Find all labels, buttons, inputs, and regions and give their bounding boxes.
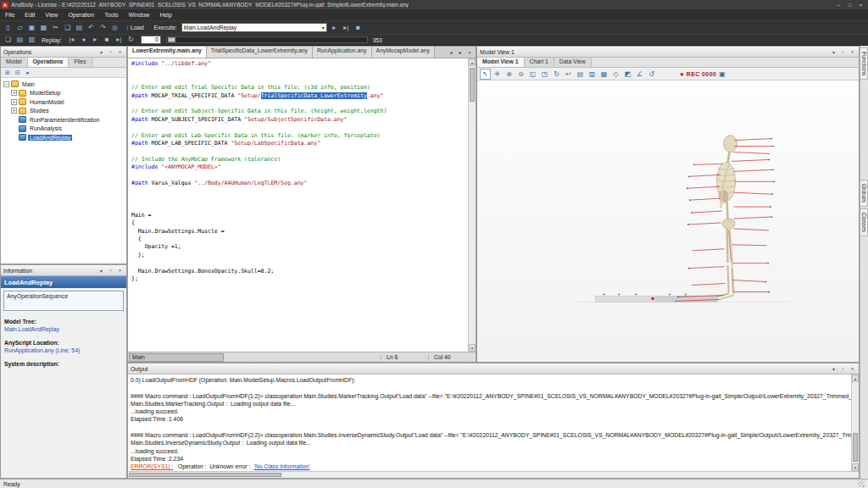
- zoom-out-icon[interactable]: ⊖: [515, 69, 526, 80]
- model-3d-viewport[interactable]: [477, 80, 859, 362]
- refresh-view-icon[interactable]: ↺: [646, 69, 657, 80]
- replay-slider[interactable]: [166, 36, 368, 43]
- tree-item-studies[interactable]: +Studies: [1, 107, 126, 116]
- expand-all-icon[interactable]: ⊞: [3, 69, 12, 77]
- zoom-in-icon[interactable]: ⊕: [504, 69, 515, 80]
- doc-tab-anymocapmodel-any[interactable]: AnyMocapModel.any: [372, 47, 435, 58]
- replay-slider-thumb[interactable]: [168, 37, 175, 42]
- view-tab-model-view-1[interactable]: Model View 1: [477, 58, 525, 67]
- maximize-button[interactable]: □: [844, 3, 855, 8]
- view-top-icon[interactable]: ▦: [598, 69, 609, 80]
- output-hscrollbar-thumb[interactable]: [129, 473, 281, 477]
- output-scroll-down-icon[interactable]: ▾: [852, 463, 859, 471]
- output-vertical-scrollbar[interactable]: ▴ ▾: [851, 374, 859, 471]
- doc-tab-lowerextremity-main-any[interactable]: LowerExtremity.main.any: [128, 47, 207, 58]
- prev-frame-icon[interactable]: ◂: [78, 35, 89, 45]
- save-icon[interactable]: ▣: [26, 23, 37, 33]
- prev-view-icon[interactable]: ↩: [563, 69, 574, 80]
- menu-window[interactable]: Window: [123, 12, 154, 18]
- error-link[interactable]: ERROR(SYS1) :: [131, 463, 173, 469]
- tree-item-humanmodel[interactable]: +HumanModel: [1, 97, 126, 107]
- save-all-icon[interactable]: ▦: [38, 23, 49, 33]
- tree-item-loadandreplay[interactable]: LoadAndReplay: [1, 133, 126, 142]
- menu-operation[interactable]: Operation: [63, 12, 99, 18]
- output-horizontal-scrollbar[interactable]: [128, 471, 859, 478]
- operation-type-box[interactable]: AnyOperationSequence: [3, 291, 124, 311]
- frame-input[interactable]: 0: [141, 36, 161, 44]
- side-tab-classes[interactable]: Classes: [860, 208, 868, 236]
- stop-replay-icon[interactable]: ■: [102, 35, 113, 45]
- doc-tab-trialspecificdata-lowerextremity-any[interactable]: TrialSpecificData_LowerExtremity.any: [207, 47, 313, 58]
- redo-icon[interactable]: ↷: [97, 23, 108, 33]
- zoom-all-icon[interactable]: ◳: [539, 69, 550, 80]
- tree-item-runparameteridentification[interactable]: RunParameterIdentification: [1, 115, 126, 125]
- tile-vertical-icon[interactable]: ▥: [26, 35, 37, 45]
- minimize-button[interactable]: ─: [833, 3, 844, 8]
- tree-expander-icon[interactable]: −: [3, 81, 9, 87]
- close-icon[interactable]: ×: [116, 268, 124, 274]
- close-document-icon[interactable]: ×: [465, 50, 474, 55]
- scroll-down-icon[interactable]: ▾: [469, 344, 476, 352]
- output-scroll-up-icon[interactable]: ▴: [852, 374, 859, 382]
- view-tab-data-view[interactable]: Data View: [554, 58, 592, 67]
- menu-view[interactable]: View: [40, 12, 63, 18]
- view-side-icon[interactable]: ▥: [587, 69, 598, 80]
- rotate-icon[interactable]: ↻: [551, 69, 562, 80]
- camera-icon[interactable]: ▣: [719, 70, 726, 78]
- close-icon[interactable]: ×: [116, 49, 124, 55]
- pin-icon[interactable]: ▫: [839, 49, 847, 55]
- find-icon[interactable]: ◎: [109, 23, 120, 33]
- tile-horizontal-icon[interactable]: ▤: [14, 35, 25, 45]
- editor-vertical-scrollbar[interactable]: ▴ ▾: [468, 58, 476, 352]
- run-selected-icon[interactable]: ▸: [24, 69, 32, 77]
- play-replay-icon[interactable]: ▸: [90, 35, 101, 45]
- tab-operations[interactable]: Operations: [28, 58, 70, 67]
- close-icon[interactable]: ×: [849, 366, 856, 372]
- resize-grip[interactable]: [858, 480, 865, 487]
- output-lines[interactable]: 0.0) LoadOutputFromHDF (Operation: Main.…: [128, 374, 851, 471]
- view-tab-chart-1[interactable]: Chart 1: [525, 58, 554, 67]
- pin-icon[interactable]: ▫: [107, 268, 114, 274]
- stop-operation-icon[interactable]: ■: [353, 23, 364, 33]
- close-icon[interactable]: ×: [849, 49, 856, 55]
- close-button[interactable]: ×: [855, 3, 866, 8]
- tree-expander-icon[interactable]: +: [11, 90, 17, 96]
- tree-item-main[interactable]: −Main: [1, 80, 126, 89]
- pin-icon[interactable]: ▫: [107, 49, 114, 55]
- menu-file[interactable]: File: [0, 12, 19, 18]
- record-icon[interactable]: ●: [680, 70, 684, 78]
- perspective-icon[interactable]: ◩: [622, 69, 633, 80]
- open-file-icon[interactable]: ▱: [14, 23, 25, 33]
- menu-tools[interactable]: Tools: [99, 12, 123, 18]
- side-tab-globals[interactable]: Globals: [860, 180, 868, 207]
- loop-replay-icon[interactable]: ↻: [125, 35, 136, 45]
- view-iso-icon[interactable]: ◇: [610, 69, 621, 80]
- next-frame-icon[interactable]: ▸|: [114, 35, 125, 45]
- view-front-icon[interactable]: ▤: [575, 69, 586, 80]
- scroll-tabs-left-icon[interactable]: ◂: [447, 49, 455, 55]
- editor-scrollbar-thumb[interactable]: [470, 68, 475, 102]
- menu-help[interactable]: Help: [154, 12, 176, 18]
- pan-icon[interactable]: ✛: [492, 69, 503, 80]
- output-scrollbar-thumb[interactable]: [853, 433, 858, 462]
- model-tree-link[interactable]: Main.LoadAndReplay: [4, 326, 123, 332]
- new-file-icon[interactable]: ▯: [3, 23, 14, 33]
- tree-expander-icon[interactable]: +: [11, 99, 17, 105]
- measure-icon[interactable]: ∠: [634, 69, 645, 80]
- pin-icon[interactable]: ▫: [839, 366, 847, 372]
- zoom-window-icon[interactable]: ◱: [527, 69, 538, 80]
- tree-item-modelsetup[interactable]: +ModelSetup: [1, 89, 126, 98]
- tree-item-runanalysis[interactable]: RunAnalysis: [1, 125, 126, 134]
- copy-icon[interactable]: ❏: [62, 23, 73, 33]
- load-button[interactable]: ↓ Load: [122, 24, 147, 31]
- undo-icon[interactable]: ↶: [86, 23, 97, 33]
- operation-combo[interactable]: Main.LoadAndReplay ▾: [181, 23, 327, 32]
- doc-tab-runapplication-any[interactable]: RunApplication.any: [313, 47, 372, 58]
- menu-edit[interactable]: Edit: [19, 12, 40, 18]
- run-operation-icon[interactable]: ▸: [329, 23, 340, 33]
- scope-combo[interactable]: Main: [129, 353, 224, 362]
- paste-icon[interactable]: ▤: [74, 23, 85, 33]
- chevron-down-icon[interactable]: ▾: [97, 268, 105, 274]
- chevron-down-icon[interactable]: ▾: [830, 49, 837, 55]
- chevron-down-icon[interactable]: ▾: [97, 49, 105, 55]
